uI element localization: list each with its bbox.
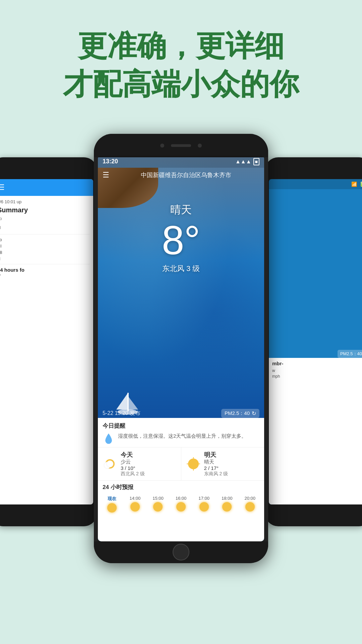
tomorrow-condition: 晴天 xyxy=(204,459,228,465)
left-low-label: w xyxy=(0,273,90,278)
tomorrow-forecast: 明天 晴天 2 / 17° 东南风 2 级 xyxy=(181,447,264,480)
promo-line2: 才配高端小众的你 xyxy=(63,67,299,101)
status-bar: 13:20 ▲▲▲ ■ xyxy=(98,156,264,168)
reminder-content: 湿度很低，注意保湿。这2天气温会明显上升，别穿太多。 xyxy=(103,432,259,444)
right-section-title: mbr- xyxy=(272,361,362,366)
left-data-row4: N xyxy=(0,256,90,261)
svg-point-6 xyxy=(107,461,113,467)
home-button[interactable] xyxy=(173,544,189,560)
right-row1: w xyxy=(272,368,362,373)
svg-rect-2 xyxy=(127,393,129,411)
svg-marker-1 xyxy=(128,396,138,410)
left-data-row3: 18 xyxy=(0,250,90,255)
camera-dot xyxy=(160,144,164,148)
svg-marker-0 xyxy=(116,393,128,410)
weather-bg xyxy=(98,156,264,418)
left-phone-screen: ☰ 1/6 10:01 up Summary To el To Cl 18 N … xyxy=(0,179,93,504)
speaker-dot xyxy=(171,144,191,147)
publish-time: 5-22 13:20 发布 xyxy=(103,410,140,417)
hourly-time-15: 15:00 xyxy=(147,496,169,501)
phone-screen: 13:20 ▲▲▲ ■ ☰ 中国新疆维吾尔自治区乌鲁木齐市 晴天 8° 东北风 … xyxy=(98,156,264,541)
location-text: 中国新疆维吾尔自治区乌鲁木齐市 xyxy=(113,171,259,179)
tomorrow-label: 明天 xyxy=(204,451,228,459)
hourly-item-now: 现在 xyxy=(101,496,123,513)
hourly-sun-17 xyxy=(199,502,209,512)
refresh-icon[interactable]: ↻ xyxy=(252,410,256,417)
right-pm-badge: PM2.5：40 xyxy=(338,350,362,358)
hourly-header: 24 小时预报 xyxy=(98,481,264,496)
phone-left: ☰ 1/6 10:01 up Summary To el To Cl 18 N … xyxy=(0,157,97,526)
today-info: 今天 少云 3 / 10° 西北风 2 级 xyxy=(121,451,145,477)
tomorrow-weather-icon xyxy=(186,457,201,471)
today-condition: 少云 xyxy=(121,459,145,465)
phones-container: ☰ 1/6 10:01 up Summary To el To Cl 18 N … xyxy=(0,124,362,587)
left-menu-icon[interactable]: ☰ xyxy=(0,183,5,192)
hourly-time-16: 16:00 xyxy=(170,496,192,501)
promo-headline: 更准确，更详细 才配高端小众的你 xyxy=(0,27,362,104)
hourly-row: 现在 14:00 15:00 16:00 xyxy=(98,496,264,513)
hourly-sun-18 xyxy=(222,502,232,512)
right-wifi-icon: 📶 xyxy=(351,181,357,187)
reminder-text: 湿度很低，注意保湿。这2天气温会明显上升，别穿太多。 xyxy=(118,432,246,440)
bottom-info-bar: 5-22 13:20 发布 PM2.5：40 ↻ xyxy=(98,409,264,418)
left-divider1 xyxy=(0,234,90,234)
phone-center: 13:20 ▲▲▲ ■ ☰ 中国新疆维吾尔自治区乌鲁木齐市 晴天 8° 东北风 … xyxy=(94,134,268,563)
left-24h-label: 24 hours fo xyxy=(0,267,90,273)
hourly-item-18: 18:00 xyxy=(216,496,238,513)
tomorrow-wind: 东南风 2 级 xyxy=(204,471,228,477)
hourly-sun-20 xyxy=(245,502,255,512)
left-content: 1/6 10:01 up Summary To el To Cl 18 N 24… xyxy=(0,196,93,282)
hourly-item-17: 17:00 xyxy=(193,496,215,513)
hourly-sun-16 xyxy=(176,502,186,512)
right-phone-screen: 📶 🔋 PM2.5：40 mbr- w mph xyxy=(269,179,362,504)
right-white-panel: mbr- w mph xyxy=(269,358,362,504)
phone-right: 📶 🔋 PM2.5：40 mbr- w mph xyxy=(265,157,362,526)
battery-icon: ■ xyxy=(253,158,259,165)
svg-point-7 xyxy=(188,459,199,469)
reminder-title: 今日提醒 xyxy=(103,422,259,430)
right-white-content: mbr- w mph xyxy=(269,358,362,382)
today-label: 今天 xyxy=(121,451,145,459)
today-forecast: 今天 少云 3 / 10° 西北风 2 级 xyxy=(98,447,181,480)
promo-line1: 更准确，更详细 xyxy=(78,29,284,62)
hourly-time-14: 14:00 xyxy=(124,496,146,501)
right-row2: mph xyxy=(272,374,362,379)
left-data-row2: Cl xyxy=(0,244,90,249)
menu-icon[interactable]: ☰ xyxy=(103,171,109,179)
hourly-time-18: 18:00 xyxy=(216,496,238,501)
tomorrow-info: 明天 晴天 2 / 17° 东南风 2 级 xyxy=(204,451,228,477)
hourly-sun-14 xyxy=(130,502,140,512)
hourly-item-14: 14:00 xyxy=(124,496,146,513)
left-desc-line2: el xyxy=(0,225,90,230)
today-temp: 3 / 10° xyxy=(121,465,145,471)
left-date: 1/6 10:01 up xyxy=(0,199,90,204)
promo-text-container: 更准确，更详细 才配高端小众的你 xyxy=(0,0,362,124)
white-panel: 今日提醒 湿度很低，注意保湿。这2天气温会明显上升，别穿太多。 xyxy=(98,418,264,541)
right-status-bar: 📶 🔋 xyxy=(269,179,362,189)
right-battery-icon: 🔋 xyxy=(359,181,362,187)
hourly-item-20: 20:00 xyxy=(239,496,261,513)
hourly-time-17: 17:00 xyxy=(193,496,215,501)
pm25-value: PM2.5：40 xyxy=(225,410,250,417)
hourly-title: 24 小时预报 xyxy=(103,483,259,491)
weather-condition: 晴天 xyxy=(170,203,192,217)
hourly-sun-15 xyxy=(153,502,163,512)
status-icons: ▲▲▲ ■ xyxy=(235,158,259,165)
left-data-row1: To xyxy=(0,237,90,242)
water-drop-icon xyxy=(103,432,115,444)
left-summary-label: Summary xyxy=(0,206,90,214)
phone-bezel-top xyxy=(94,134,268,157)
hourly-item-15: 15:00 xyxy=(147,496,169,513)
today-reminder: 今日提醒 湿度很低，注意保湿。这2天气温会明显上升，别穿太多。 xyxy=(98,418,264,447)
hourly-time-20: 20:00 xyxy=(239,496,261,501)
weather-wind: 东北风 3 级 xyxy=(162,264,200,274)
hourly-sun-now xyxy=(107,503,117,513)
today-weather-icon xyxy=(103,457,117,471)
phone-bezel-bottom xyxy=(94,541,268,563)
left-desc-line1: To xyxy=(0,216,90,221)
tomorrow-temp: 2 / 17° xyxy=(204,465,228,471)
wifi-icon: ▲▲▲ xyxy=(235,159,251,165)
daily-forecast: 今天 少云 3 / 10° 西北风 2 级 xyxy=(98,447,264,481)
today-wind: 西北风 2 级 xyxy=(121,471,145,477)
weather-temperature: 8° xyxy=(162,220,200,260)
